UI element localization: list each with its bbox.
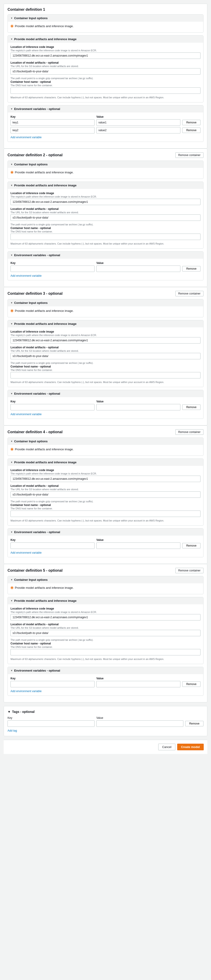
env-remove-button-4-0[interactable]: Remove bbox=[182, 681, 200, 687]
model-artifacts-header-4[interactable]: ▼ Provide model artifacts and inference … bbox=[8, 459, 203, 466]
inference-image-label-3: Location of inference code image bbox=[11, 330, 200, 333]
input-options-label-3: Container Input options bbox=[14, 301, 48, 305]
input-options-body-5: Provide model artifacts and inference im… bbox=[8, 583, 203, 594]
input-options-body-3: Provide model artifacts and inference im… bbox=[8, 306, 203, 317]
tag-remove-button[interactable]: Remove bbox=[185, 721, 203, 726]
add-env-var-link-1[interactable]: Add environment variable bbox=[11, 136, 42, 139]
input-options-section-3: ▼ Container Input options Provide model … bbox=[8, 299, 203, 317]
inference-image-input-4[interactable] bbox=[11, 476, 200, 482]
radio-provide-artifacts-1[interactable] bbox=[11, 25, 13, 28]
tag-key-input[interactable] bbox=[8, 721, 94, 727]
tag-value-input[interactable] bbox=[96, 721, 183, 727]
input-options-header-1[interactable]: ▼ Container Input options bbox=[8, 14, 203, 22]
env-value-input-4-0[interactable] bbox=[96, 681, 181, 687]
remove-container-button-3[interactable]: Remove container bbox=[175, 429, 203, 435]
container-path-hint-4: The path must point to a single gzip com… bbox=[11, 500, 200, 503]
input-options-header-2[interactable]: ▼ Container Input options bbox=[8, 161, 203, 168]
container-hostname-field-3: Container host name - optional The DNS h… bbox=[11, 365, 200, 379]
env-value-input-1-0[interactable] bbox=[96, 266, 181, 272]
env-value-input-0-1[interactable] bbox=[96, 127, 181, 134]
container-hostname-label-5: Container host name - optional bbox=[11, 642, 200, 645]
tags-section: ▼ Tags - optional Key Value Remove Add t… bbox=[4, 706, 207, 736]
env-remove-button-0-1[interactable]: Remove bbox=[182, 127, 200, 133]
env-vars-label-5: Environment variables - optional bbox=[14, 669, 60, 672]
inference-image-input-3[interactable] bbox=[11, 337, 200, 344]
model-artifacts-arrow-3: ▼ bbox=[11, 323, 13, 325]
model-artifacts-header-1[interactable]: ▼ Provide model artifacts and inference … bbox=[8, 36, 203, 43]
page-wrapper: Container definition 1 ▼ Container Input… bbox=[0, 0, 211, 757]
env-key-input-1-0[interactable] bbox=[11, 266, 94, 272]
tags-section-header[interactable]: ▼ Tags - optional bbox=[8, 710, 203, 714]
add-env-var-link-4[interactable]: Add environment variable bbox=[11, 551, 42, 554]
input-options-header-3[interactable]: ▼ Container Input options bbox=[8, 299, 203, 306]
inference-image-input-2[interactable] bbox=[11, 199, 200, 205]
env-remove-button-3-0[interactable]: Remove bbox=[182, 543, 200, 549]
hostname-max-hint-1: Maximum of 63 alphanumeric characters. C… bbox=[11, 96, 200, 99]
container-hostname-input-4[interactable] bbox=[11, 511, 200, 517]
add-env-var-link-2[interactable]: Add environment variable bbox=[11, 274, 42, 277]
container-hostname-input-5[interactable] bbox=[11, 649, 200, 655]
inference-image-input-5[interactable] bbox=[11, 614, 200, 620]
env-remove-button-1-0[interactable]: Remove bbox=[182, 266, 200, 272]
model-artifacts-header-2[interactable]: ▼ Provide model artifacts and inference … bbox=[8, 182, 203, 189]
env-value-input-3-0[interactable] bbox=[96, 542, 181, 549]
model-artifacts-header-5[interactable]: ▼ Provide model artifacts and inference … bbox=[8, 597, 203, 604]
model-artifacts-input-3[interactable] bbox=[11, 353, 200, 359]
cancel-button[interactable]: Cancel bbox=[158, 744, 175, 750]
add-env-var-link-5[interactable]: Add environment variable bbox=[11, 690, 42, 693]
model-artifacts-section-4: ▼ Provide model artifacts and inference … bbox=[8, 458, 203, 526]
env-value-col-3: Value bbox=[96, 400, 181, 403]
env-key-input-0-0[interactable] bbox=[11, 119, 94, 126]
env-value-input-2-0[interactable] bbox=[96, 404, 181, 410]
model-artifacts-input-4[interactable] bbox=[11, 492, 200, 498]
radio-provide-artifacts-4[interactable] bbox=[11, 448, 13, 451]
model-artifacts-label-field-5: Location of model artifacts - optional bbox=[11, 623, 200, 626]
container-hostname-input-3[interactable] bbox=[11, 372, 200, 379]
radio-provide-artifacts-3[interactable] bbox=[11, 309, 13, 312]
remove-container-button-2[interactable]: Remove container bbox=[175, 291, 203, 296]
container-title-2: Container definition 2 - optional bbox=[8, 153, 62, 157]
model-artifacts-input-1[interactable] bbox=[11, 68, 200, 75]
create-model-button[interactable]: Create model bbox=[177, 744, 204, 750]
env-vars-header-1[interactable]: ▼ Environment variables - optional bbox=[8, 105, 203, 113]
env-remove-button-0-0[interactable]: Remove bbox=[182, 120, 200, 125]
env-vars-body-4: Key Value Remove Add environment variabl… bbox=[8, 536, 203, 557]
env-vars-header-4[interactable]: ▼ Environment variables - optional bbox=[8, 528, 203, 536]
input-options-section-4: ▼ Container Input options Provide model … bbox=[8, 438, 203, 456]
model-artifacts-header-3[interactable]: ▼ Provide model artifacts and inference … bbox=[8, 320, 203, 327]
container-definition-5: Container definition 5 - optional Remove… bbox=[4, 564, 207, 702]
radio-provide-artifacts-5[interactable] bbox=[11, 586, 13, 589]
container-path-hint-3: The path must point to a single gzip com… bbox=[11, 361, 200, 364]
env-key-input-0-1[interactable] bbox=[11, 127, 94, 134]
input-options-body-1: Provide model artifacts and inference im… bbox=[8, 22, 203, 32]
env-key-input-2-0[interactable] bbox=[11, 404, 94, 410]
model-artifacts-section-3: ▼ Provide model artifacts and inference … bbox=[8, 320, 203, 387]
add-tag-link[interactable]: Add tag bbox=[8, 729, 17, 732]
input-options-arrow-2: ▼ bbox=[11, 163, 13, 165]
container-hostname-input-1[interactable] bbox=[11, 88, 200, 94]
input-options-arrow-3: ▼ bbox=[11, 302, 13, 304]
env-vars-header-2[interactable]: ▼ Environment variables - optional bbox=[8, 251, 203, 259]
env-vars-section-1: ▼ Environment variables - optional Key V… bbox=[8, 105, 203, 142]
inference-image-field-4: Location of inference code image The reg… bbox=[11, 469, 200, 482]
input-options-header-5[interactable]: ▼ Container Input options bbox=[8, 576, 203, 583]
env-vars-header-5[interactable]: ▼ Environment variables - optional bbox=[8, 667, 203, 674]
env-key-input-4-0[interactable] bbox=[11, 681, 94, 687]
container-title-3: Container definition 3 - optional bbox=[8, 291, 62, 296]
env-vars-header-3[interactable]: ▼ Environment variables - optional bbox=[8, 390, 203, 397]
env-remove-button-2-0[interactable]: Remove bbox=[182, 404, 200, 410]
container-hostname-input-2[interactable] bbox=[11, 234, 200, 240]
remove-container-button-1[interactable]: Remove container bbox=[175, 153, 203, 158]
env-key-input-3-0[interactable] bbox=[11, 542, 94, 549]
inference-image-input-1[interactable] bbox=[11, 52, 200, 59]
model-artifacts-input-5[interactable] bbox=[11, 630, 200, 636]
radio-label-3: Provide model artifacts and inference im… bbox=[15, 309, 74, 312]
radio-provide-artifacts-2[interactable] bbox=[11, 171, 13, 174]
add-env-var-link-3[interactable]: Add environment variable bbox=[11, 413, 42, 416]
container-hostname-hint-4: The DNS host name for the container. bbox=[11, 507, 200, 510]
remove-container-button-4[interactable]: Remove container bbox=[175, 568, 203, 573]
model-artifacts-input-2[interactable] bbox=[11, 215, 200, 221]
hostname-max-hint-5: Maximum of 63 alphanumeric characters. C… bbox=[11, 658, 200, 660]
input-options-header-4[interactable]: ▼ Container Input options bbox=[8, 438, 203, 445]
env-value-input-0-0[interactable] bbox=[96, 119, 181, 126]
